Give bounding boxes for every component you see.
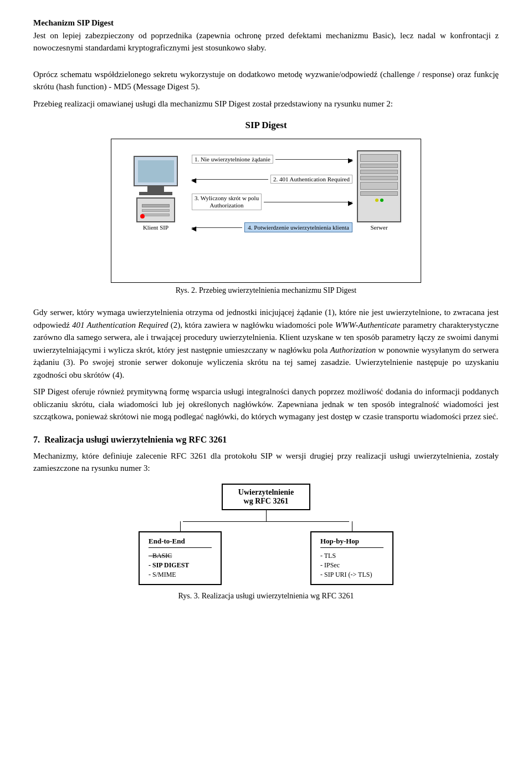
rfc-top-box: Uwierzytelnienie wg RFC 3261 — [222, 484, 310, 510]
server-slot-2 — [360, 164, 398, 168]
arrow2-line: ◀ — [192, 179, 268, 180]
rfc-horizontal-connector — [183, 521, 349, 522]
arrow-row-3: 3. Wyliczony skrót w polu Authorization … — [192, 193, 352, 211]
arrow2-label: 2. 401 Authentication Required — [270, 175, 352, 184]
diagram1-title: SIP Digest — [245, 120, 287, 131]
arrow4-label: 4. Potwierdzenie uwierzytelnienia klient… — [244, 222, 352, 232]
server-slot-4 — [360, 176, 398, 180]
section7-heading: 7. Realizacja usługi uwierzytelnienia wg… — [33, 433, 499, 446]
monitor-screen — [138, 160, 174, 182]
sip-digest-diagram: SIP Digest Klient SIP 1. Nie uwierzyteln… — [33, 120, 499, 303]
arrow3-line: ▶ — [264, 202, 352, 202]
paragraph-3: Przebieg realizacji omawianej usługi dla… — [33, 98, 499, 110]
rfc-diagram: Uwierzytelnienie wg RFC 3261 End-to-End … — [33, 484, 499, 608]
sip-client-illustration: Klient SIP — [122, 156, 189, 231]
diagram1-caption: Rys. 2. Przebieg uwierzytelnienia mechan… — [176, 286, 356, 295]
light-yellow — [375, 199, 378, 202]
arrow4-line: ◀ — [192, 227, 242, 228]
diagram1-box: Klient SIP 1. Nie uwierzytelnione żądani… — [111, 139, 421, 283]
computer-unit — [136, 197, 175, 222]
server-slot-5 — [360, 182, 398, 190]
rfc-right-item-1: - TLS — [320, 551, 383, 561]
section-title: Mechanizm SIP Digest Jest on lepiej zabe… — [33, 17, 499, 54]
rfc-right-connector — [352, 521, 352, 531]
server-slot-3 — [360, 170, 398, 174]
rfc-left-box: End-to-End - BASIC - SIP DIGEST - S/MIME — [139, 531, 222, 585]
client-label: Klient SIP — [122, 224, 189, 231]
paragraph-5: SIP Digest oferuje również prymitywną fo… — [33, 385, 499, 423]
power-light — [140, 214, 145, 219]
monitor-base — [139, 192, 172, 195]
sip-server-illustration: Serwer — [349, 150, 410, 231]
rfc-left-connector — [180, 521, 181, 531]
diagram2-caption: Rys. 3. Realizacja usługi uwierzytelnien… — [178, 592, 354, 601]
arrow1-line: ▶ — [275, 159, 352, 160]
rfc-left-item-2: - SIP DIGEST — [149, 561, 212, 570]
rfc-left-item-1: - BASIC — [149, 551, 212, 561]
drive-slot-1 — [142, 204, 170, 207]
paragraph-2: Oprócz schematu współdzielonego sekretu … — [33, 68, 499, 93]
server-label: Serwer — [349, 224, 410, 231]
section7-paragraph: Mechanizmy, które definiuje zalecenie RF… — [33, 450, 499, 475]
server-slot-1 — [360, 154, 398, 162]
rfc-left-branch: End-to-End - BASIC - SIP DIGEST - S/MIME — [139, 521, 222, 585]
rfc-left-title: End-to-End — [149, 537, 212, 548]
rfc-branches: End-to-End - BASIC - SIP DIGEST - S/MIME… — [139, 521, 393, 585]
rfc-right-item-3: - SIP URI (-> TLS) — [320, 570, 383, 580]
arrow-row-4: 4. Potwierdzenie uwierzytelnienia klient… — [192, 219, 352, 236]
rfc-branches-container: End-to-End - BASIC - SIP DIGEST - S/MIME… — [139, 521, 393, 585]
rfc-right-title: Hop-by-Hop — [320, 537, 383, 548]
rfc-right-branch: Hop-by-Hop - TLS - IPSec - SIP URI (-> T… — [310, 521, 393, 585]
monitor — [134, 156, 178, 186]
arrow-row-2: 2. 401 Authentication Required ◀ — [192, 173, 352, 185]
drive-slot-2 — [142, 209, 170, 212]
monitor-stand — [147, 186, 164, 192]
rfc-right-box: Hop-by-Hop - TLS - IPSec - SIP URI (-> T… — [310, 531, 393, 585]
arrows-area: 1. Nie uwierzytelnione żądanie ▶ 2. 401 … — [192, 153, 352, 240]
drive-slot-3 — [142, 214, 170, 216]
arrow1-label: 1. Nie uwierzytelnione żądanie — [192, 155, 273, 164]
server-lights — [375, 199, 383, 202]
light-green — [380, 199, 383, 202]
arrow3-label: 3. Wyliczony skrót w polu Authorization — [192, 194, 262, 210]
rfc-left-item-3: - S/MIME — [149, 570, 212, 580]
server-unit — [357, 150, 401, 222]
server-slot-6 — [360, 191, 398, 196]
rfc-top-section: Uwierzytelnienie wg RFC 3261 End-to-End … — [139, 484, 393, 585]
rfc-right-item-2: - IPSec — [320, 561, 383, 570]
rfc-connector-vertical — [266, 510, 267, 521]
paragraph-4: Gdy serwer, który wymaga uwierzytelnieni… — [33, 306, 499, 381]
arrow-row-1: 1. Nie uwierzytelnione żądanie ▶ — [192, 153, 352, 165]
